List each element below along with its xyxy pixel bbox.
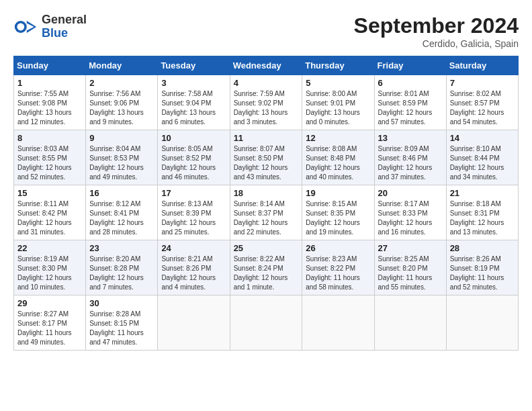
day-number: 8 bbox=[17, 133, 82, 143]
calendar-cell-day-16: 16 Sunrise: 8:12 AMSunset: 8:41 PMDaylig… bbox=[86, 185, 158, 240]
day-number: 25 bbox=[234, 243, 299, 253]
day-number: 2 bbox=[89, 78, 154, 88]
day-info: Sunrise: 8:18 AMSunset: 8:31 PMDaylight:… bbox=[450, 200, 504, 236]
day-number: 20 bbox=[378, 188, 443, 198]
calendar-cell-day-12: 12 Sunrise: 8:08 AMSunset: 8:48 PMDaylig… bbox=[302, 130, 374, 185]
calendar-cell-day-1: 1 Sunrise: 7:55 AMSunset: 9:08 PMDayligh… bbox=[14, 75, 86, 130]
logo-blue-text: Blue bbox=[42, 26, 68, 40]
day-number: 3 bbox=[161, 78, 226, 88]
logo-icon bbox=[13, 15, 38, 39]
day-info: Sunrise: 7:55 AMSunset: 9:08 PMDaylight:… bbox=[17, 90, 72, 126]
day-number: 5 bbox=[306, 78, 370, 88]
day-info: Sunrise: 8:01 AMSunset: 8:59 PMDaylight:… bbox=[378, 90, 433, 126]
day-number: 19 bbox=[306, 188, 370, 198]
day-info: Sunrise: 8:07 AMSunset: 8:50 PMDaylight:… bbox=[234, 145, 288, 181]
day-info: Sunrise: 8:04 AMSunset: 8:53 PMDaylight:… bbox=[89, 145, 144, 181]
calendar-table: Sunday Monday Tuesday Wednesday Thursday… bbox=[13, 56, 519, 351]
day-info: Sunrise: 8:11 AMSunset: 8:42 PMDaylight:… bbox=[17, 200, 72, 236]
day-number: 15 bbox=[17, 188, 82, 198]
calendar-cell-day-20: 20 Sunrise: 8:17 AMSunset: 8:33 PMDaylig… bbox=[374, 185, 446, 240]
day-info: Sunrise: 8:26 AMSunset: 8:19 PMDaylight:… bbox=[450, 255, 504, 291]
calendar-cell-empty bbox=[302, 295, 374, 351]
calendar-cell-day-21: 21 Sunrise: 8:18 AMSunset: 8:31 PMDaylig… bbox=[446, 185, 518, 240]
calendar-cell-day-22: 22 Sunrise: 8:19 AMSunset: 8:30 PMDaylig… bbox=[14, 240, 86, 295]
day-info: Sunrise: 8:19 AMSunset: 8:30 PMDaylight:… bbox=[17, 255, 72, 291]
col-header-monday: Monday bbox=[86, 56, 158, 75]
calendar-cell-day-19: 19 Sunrise: 8:15 AMSunset: 8:35 PMDaylig… bbox=[302, 185, 374, 240]
day-info: Sunrise: 8:20 AMSunset: 8:28 PMDaylight:… bbox=[89, 255, 144, 291]
page-header: General Blue September 2024 Cerdido, Gal… bbox=[13, 13, 519, 49]
month-title: September 2024 bbox=[354, 13, 519, 38]
calendar-cell-day-17: 17 Sunrise: 8:13 AMSunset: 8:39 PMDaylig… bbox=[158, 185, 230, 240]
day-number: 21 bbox=[450, 188, 515, 198]
calendar-cell-day-5: 5 Sunrise: 8:00 AMSunset: 9:01 PMDayligh… bbox=[302, 75, 374, 130]
day-number: 24 bbox=[161, 243, 226, 253]
day-number: 23 bbox=[89, 243, 154, 253]
day-info: Sunrise: 8:17 AMSunset: 8:33 PMDaylight:… bbox=[378, 200, 433, 236]
calendar-row: 15 Sunrise: 8:11 AMSunset: 8:42 PMDaylig… bbox=[14, 185, 519, 240]
day-info: Sunrise: 8:21 AMSunset: 8:26 PMDaylight:… bbox=[161, 255, 216, 291]
day-info: Sunrise: 7:58 AMSunset: 9:04 PMDaylight:… bbox=[161, 90, 216, 126]
calendar-cell-day-28: 28 Sunrise: 8:26 AMSunset: 8:19 PMDaylig… bbox=[446, 240, 518, 295]
calendar-cell-day-14: 14 Sunrise: 8:10 AMSunset: 8:44 PMDaylig… bbox=[446, 130, 518, 185]
calendar-cell-day-11: 11 Sunrise: 8:07 AMSunset: 8:50 PMDaylig… bbox=[230, 130, 302, 185]
day-number: 4 bbox=[234, 78, 299, 88]
col-header-saturday: Saturday bbox=[446, 56, 518, 75]
day-info: Sunrise: 8:03 AMSunset: 8:55 PMDaylight:… bbox=[17, 145, 72, 181]
calendar-cell-day-30: 30 Sunrise: 8:28 AMSunset: 8:15 PMDaylig… bbox=[86, 295, 158, 351]
col-header-sunday: Sunday bbox=[14, 56, 86, 75]
day-number: 29 bbox=[17, 298, 82, 308]
calendar-header-row: Sunday Monday Tuesday Wednesday Thursday… bbox=[14, 56, 519, 75]
day-number: 17 bbox=[161, 188, 226, 198]
calendar-cell-day-6: 6 Sunrise: 8:01 AMSunset: 8:59 PMDayligh… bbox=[374, 75, 446, 130]
col-header-wednesday: Wednesday bbox=[230, 56, 302, 75]
location-subtitle: Cerdido, Galicia, Spain bbox=[354, 38, 519, 49]
day-info: Sunrise: 8:14 AMSunset: 8:37 PMDaylight:… bbox=[234, 200, 288, 236]
day-info: Sunrise: 8:00 AMSunset: 9:01 PMDaylight:… bbox=[306, 90, 360, 126]
calendar-cell-day-18: 18 Sunrise: 8:14 AMSunset: 8:37 PMDaylig… bbox=[230, 185, 302, 240]
day-number: 10 bbox=[161, 133, 226, 143]
col-header-tuesday: Tuesday bbox=[158, 56, 230, 75]
day-number: 13 bbox=[378, 133, 443, 143]
col-header-friday: Friday bbox=[374, 56, 446, 75]
svg-point-1 bbox=[17, 23, 24, 30]
title-block: September 2024 Cerdido, Galicia, Spain bbox=[354, 13, 519, 49]
day-number: 27 bbox=[378, 243, 443, 253]
calendar-cell-day-3: 3 Sunrise: 7:58 AMSunset: 9:04 PMDayligh… bbox=[158, 75, 230, 130]
day-info: Sunrise: 8:22 AMSunset: 8:24 PMDaylight:… bbox=[234, 255, 288, 291]
day-info: Sunrise: 7:59 AMSunset: 9:02 PMDaylight:… bbox=[234, 90, 288, 126]
day-info: Sunrise: 8:05 AMSunset: 8:52 PMDaylight:… bbox=[161, 145, 216, 181]
day-number: 18 bbox=[234, 188, 299, 198]
day-number: 30 bbox=[89, 298, 154, 308]
logo-general-text: General bbox=[42, 13, 87, 26]
logo: General Blue bbox=[13, 13, 87, 40]
calendar-cell-day-27: 27 Sunrise: 8:25 AMSunset: 8:20 PMDaylig… bbox=[374, 240, 446, 295]
day-number: 12 bbox=[306, 133, 370, 143]
calendar-cell-day-25: 25 Sunrise: 8:22 AMSunset: 8:24 PMDaylig… bbox=[230, 240, 302, 295]
day-number: 14 bbox=[450, 133, 515, 143]
calendar-row: 29 Sunrise: 8:27 AMSunset: 8:17 PMDaylig… bbox=[14, 295, 519, 351]
calendar-cell-day-23: 23 Sunrise: 8:20 AMSunset: 8:28 PMDaylig… bbox=[86, 240, 158, 295]
calendar-row: 8 Sunrise: 8:03 AMSunset: 8:55 PMDayligh… bbox=[14, 130, 519, 185]
day-number: 9 bbox=[89, 133, 154, 143]
calendar-cell-day-10: 10 Sunrise: 8:05 AMSunset: 8:52 PMDaylig… bbox=[158, 130, 230, 185]
day-info: Sunrise: 8:25 AMSunset: 8:20 PMDaylight:… bbox=[378, 255, 433, 291]
day-info: Sunrise: 8:28 AMSunset: 8:15 PMDaylight:… bbox=[89, 310, 144, 346]
calendar-cell-day-4: 4 Sunrise: 7:59 AMSunset: 9:02 PMDayligh… bbox=[230, 75, 302, 130]
calendar-cell-day-15: 15 Sunrise: 8:11 AMSunset: 8:42 PMDaylig… bbox=[14, 185, 86, 240]
calendar-cell-day-13: 13 Sunrise: 8:09 AMSunset: 8:46 PMDaylig… bbox=[374, 130, 446, 185]
calendar-cell-day-8: 8 Sunrise: 8:03 AMSunset: 8:55 PMDayligh… bbox=[14, 130, 86, 185]
calendar-cell-empty bbox=[158, 295, 230, 351]
day-number: 16 bbox=[89, 188, 154, 198]
calendar-cell-day-24: 24 Sunrise: 8:21 AMSunset: 8:26 PMDaylig… bbox=[158, 240, 230, 295]
calendar-cell-day-2: 2 Sunrise: 7:56 AMSunset: 9:06 PMDayligh… bbox=[86, 75, 158, 130]
day-number: 26 bbox=[306, 243, 370, 253]
col-header-thursday: Thursday bbox=[302, 56, 374, 75]
day-info: Sunrise: 8:02 AMSunset: 8:57 PMDaylight:… bbox=[450, 90, 504, 126]
day-info: Sunrise: 8:08 AMSunset: 8:48 PMDaylight:… bbox=[306, 145, 360, 181]
day-info: Sunrise: 8:12 AMSunset: 8:41 PMDaylight:… bbox=[89, 200, 144, 236]
calendar-cell-empty bbox=[230, 295, 302, 351]
day-info: Sunrise: 8:09 AMSunset: 8:46 PMDaylight:… bbox=[378, 145, 433, 181]
day-info: Sunrise: 8:27 AMSunset: 8:17 PMDaylight:… bbox=[17, 310, 72, 346]
day-info: Sunrise: 8:15 AMSunset: 8:35 PMDaylight:… bbox=[306, 200, 360, 236]
